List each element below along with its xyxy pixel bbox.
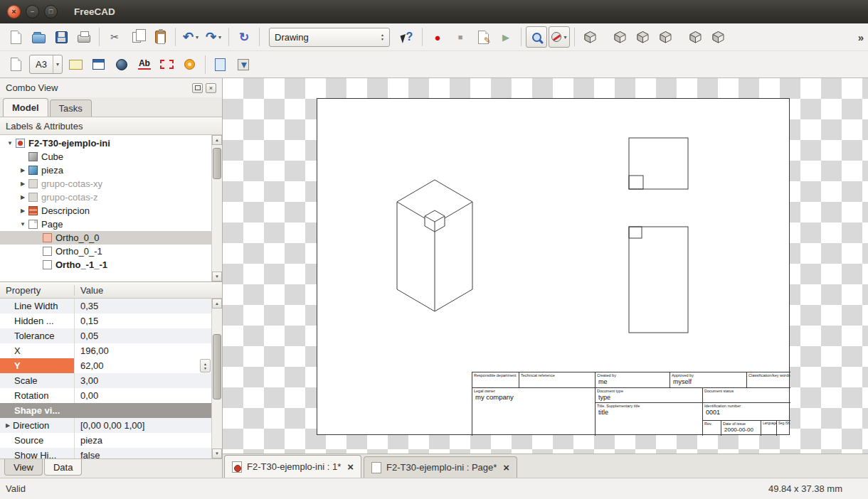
save-document-button[interactable]: [51, 26, 72, 48]
scrollbar-thumb[interactable]: [213, 148, 221, 179]
property-row-rotation[interactable]: Rotation 0,00: [0, 388, 211, 403]
close-tab-icon[interactable]: ×: [503, 462, 509, 473]
print-button[interactable]: [73, 26, 95, 48]
property-row-x[interactable]: X 196,00: [0, 343, 211, 358]
expander-open-icon[interactable]: ▼: [17, 221, 28, 227]
property-row-line-width[interactable]: Line Width 0,35: [0, 299, 211, 313]
property-value[interactable]: 0,05: [75, 328, 211, 343]
window-minimize-button[interactable]: –: [26, 5, 39, 18]
tree-item-ortho-0--1[interactable]: Ortho_0_-1: [0, 245, 211, 258]
panel-close-button[interactable]: ×: [206, 83, 216, 93]
spinbox-arrows[interactable]: ▲▼: [200, 359, 211, 372]
scroll-down-icon[interactable]: ▼: [212, 449, 222, 458]
property-row-y[interactable]: Y 62,00 ▲▼: [0, 358, 211, 373]
spin-down-icon[interactable]: ▼: [203, 366, 207, 370]
scrollbar-thumb[interactable]: [213, 334, 221, 399]
scrollbar-track[interactable]: [212, 308, 222, 449]
tree-item-ortho--1--1[interactable]: Ortho_-1_-1: [0, 258, 211, 272]
insert-new-page-button[interactable]: [5, 54, 26, 75]
new-document-button[interactable]: [5, 26, 26, 48]
tree-item-document[interactable]: ▼ F2-T30-ejemplo-ini: [0, 136, 211, 150]
expander-closed-icon[interactable]: ▶: [17, 208, 28, 214]
tree-item-page[interactable]: ▼ Page: [0, 218, 211, 231]
property-value[interactable]: 0,15: [75, 313, 211, 328]
drawing-viewport[interactable]: Responsible department Technical referen…: [223, 78, 868, 454]
annotation-button[interactable]: Ab: [134, 54, 155, 75]
property-row-tolerance[interactable]: Tolerance 0,05: [0, 328, 211, 343]
tree-item-grupo-cotas-z[interactable]: ▶ grupo-cotas-z: [0, 191, 211, 204]
isometric-view[interactable]: [397, 180, 472, 311]
clip-button[interactable]: [157, 54, 178, 75]
property-value[interactable]: 0,35: [75, 299, 211, 313]
export-page-button[interactable]: [233, 54, 254, 75]
tab-model[interactable]: Model: [3, 98, 48, 117]
expander-closed-icon[interactable]: ▶: [3, 422, 13, 429]
property-value[interactable]: 196,00: [75, 343, 211, 358]
macro-execute-button[interactable]: ▶: [495, 26, 517, 48]
tree-item-pieza[interactable]: ▶ pieza: [0, 163, 211, 177]
open-document-button[interactable]: [28, 26, 49, 48]
tree-item-grupo-cotas-xy[interactable]: ▶ grupo-cotas-xy: [0, 177, 211, 191]
cut-button[interactable]: ✂: [104, 26, 125, 48]
property-value[interactable]: 0,00: [75, 388, 211, 403]
property-value[interactable]: false: [75, 448, 211, 458]
document-tab-3d[interactable]: F2-T30-ejemplo-ini : 1* ×: [224, 455, 361, 478]
top-view-button[interactable]: [632, 26, 653, 48]
property-row-source[interactable]: Source pieza: [0, 433, 211, 448]
tree-item-cube[interactable]: Cube: [0, 150, 211, 163]
whats-this-button[interactable]: ?: [396, 26, 418, 48]
expander-closed-icon[interactable]: ▶: [17, 167, 28, 173]
workbench-selector[interactable]: Drawing ▲▼: [269, 28, 390, 47]
property-value-spinbox[interactable]: 62,00 ▲▼: [75, 358, 211, 373]
property-value[interactable]: pieza: [75, 433, 211, 448]
tree-item-descripcion[interactable]: ▶ Descripcion: [0, 204, 211, 218]
page-size-button[interactable]: A3 ▾: [29, 55, 63, 74]
property-row-scale[interactable]: Scale 3,00: [0, 373, 211, 388]
property-value[interactable]: 3,00: [75, 373, 211, 388]
panel-float-button[interactable]: [192, 83, 203, 93]
expander-closed-icon[interactable]: ▶: [17, 181, 28, 187]
tree-column-header[interactable]: Labels & Attributes: [0, 117, 222, 135]
insert-active-view-button[interactable]: [111, 54, 132, 75]
paste-button[interactable]: [149, 26, 171, 48]
redo-button[interactable]: ↷▾: [203, 26, 224, 48]
property-group-shape-view[interactable]: Shape vi...: [0, 403, 211, 418]
expander-open-icon[interactable]: ▼: [4, 140, 16, 146]
scroll-up-icon[interactable]: ▲: [212, 135, 222, 145]
macro-stop-button[interactable]: ■: [450, 26, 471, 48]
property-column-header[interactable]: Property: [0, 285, 75, 296]
symbol-button[interactable]: [179, 54, 201, 75]
property-scrollbar[interactable]: ▲ ▼: [211, 299, 222, 458]
close-tab-icon[interactable]: ×: [347, 461, 354, 472]
copy-button[interactable]: [127, 26, 148, 48]
draft-view-button[interactable]: [210, 54, 231, 75]
undo-button[interactable]: ↶▾: [180, 26, 201, 48]
rear-view-button[interactable]: [684, 26, 706, 48]
scrollbar-track[interactable]: [212, 145, 222, 272]
window-maximize-button[interactable]: □: [44, 5, 58, 18]
right-view-button[interactable]: [655, 26, 676, 48]
tab-tasks[interactable]: Tasks: [50, 100, 92, 117]
front-view-button[interactable]: [609, 26, 630, 48]
new-a3-landscape-button[interactable]: [65, 54, 87, 75]
property-row-hidden-width[interactable]: Hidden ... 0,15: [0, 313, 211, 328]
scroll-up-icon[interactable]: ▲: [212, 299, 222, 308]
ortho-view-top[interactable]: [629, 138, 688, 189]
chevron-down-icon[interactable]: ▾: [53, 55, 62, 73]
ortho-view-front[interactable]: [629, 227, 688, 333]
window-close-button[interactable]: ×: [7, 5, 21, 18]
document-tab-page[interactable]: F2-T30-ejemplo-ini : Page* ×: [364, 456, 517, 478]
property-value[interactable]: [0,00 0,00 1,00]: [75, 418, 211, 433]
property-row-show-hidden[interactable]: Show Hi... false: [0, 448, 211, 458]
value-column-header[interactable]: Value: [75, 285, 222, 296]
bottom-view-button[interactable]: [707, 26, 729, 48]
drawing-page[interactable]: Responsible department Technical referen…: [317, 98, 790, 435]
insert-view-button[interactable]: [88, 54, 110, 75]
tab-data[interactable]: Data: [44, 459, 82, 476]
property-row-direction[interactable]: ▶Direction [0,00 0,00 1,00]: [0, 418, 211, 433]
scroll-down-icon[interactable]: ▼: [212, 272, 222, 281]
toolbar-overflow-button[interactable]: »: [858, 31, 864, 43]
macro-record-button[interactable]: ●: [427, 26, 448, 48]
expander-closed-icon[interactable]: ▶: [17, 194, 28, 200]
tree-scrollbar[interactable]: ▲ ▼: [211, 135, 222, 281]
